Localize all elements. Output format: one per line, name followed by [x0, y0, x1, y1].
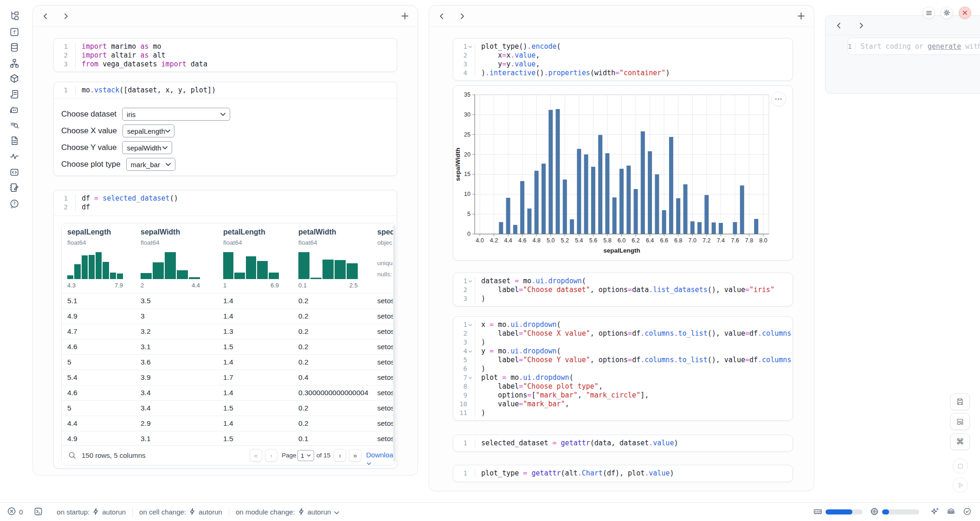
table-cell: setos: [377, 373, 394, 382]
status-bar: 0 on startup: autorun on cell change: au…: [0, 502, 980, 521]
on-module-change-setting[interactable]: on module change: autorun: [236, 508, 339, 516]
dataset-select[interactable]: iris: [122, 108, 230, 121]
svg-text:7.8: 7.8: [745, 237, 753, 244]
table-row[interactable]: 4.63.11.50.2setos: [62, 339, 395, 354]
terminal-button[interactable]: [34, 507, 43, 517]
column-header[interactable]: petalWidth: [298, 228, 336, 236]
connection-status-button[interactable]: [963, 507, 972, 517]
cell-selected-dataset[interactable]: 1selected_dataset = getattr(data, datase…: [453, 435, 793, 452]
help-icon: ?: [9, 199, 19, 209]
ellipsis-icon: •••: [775, 96, 783, 103]
sidebar-item-scratchpad[interactable]: [7, 181, 21, 195]
last-page-button[interactable]: »: [349, 449, 361, 462]
search-icon[interactable]: [68, 451, 76, 459]
table-cell: 1.3: [223, 327, 233, 336]
terminal-icon: [34, 507, 43, 517]
sidebar-item-logs[interactable]: [7, 118, 21, 132]
sidebar-item-datasources[interactable]: [7, 40, 21, 54]
cell-plot-type[interactable]: 1plot_type = getattr(alt.Chart(df), plot…: [453, 465, 793, 482]
add-cell-button[interactable]: [401, 13, 408, 20]
table-row[interactable]: 5.13.51.40.2setos: [62, 293, 395, 308]
table-row[interactable]: 4.73.21.30.2setos: [62, 324, 395, 339]
stop-button[interactable]: [953, 458, 968, 474]
table-row[interactable]: 53.41.50.2setos: [62, 400, 395, 416]
cell-dataframe[interactable]: 12df = selected_dataset()df sepalLengthf…: [53, 190, 397, 469]
download-button[interactable]: Download: [366, 451, 396, 465]
y-value-select[interactable]: sepalWidth: [122, 141, 172, 154]
table-cell: 0.2: [298, 419, 309, 428]
column-header[interactable]: sepalLength: [67, 228, 111, 236]
sidebar-item-helper-functions[interactable]: f: [7, 25, 21, 39]
on-startup-setting[interactable]: on startup: autorun: [57, 508, 126, 516]
column-next-button[interactable]: [63, 13, 69, 20]
circle-x-icon: [7, 507, 16, 517]
svg-text:15: 15: [464, 171, 471, 177]
table-row[interactable]: 4.42.91.40.2setos: [62, 416, 395, 431]
generate-link[interactable]: generate: [928, 42, 961, 51]
run-button[interactable]: [953, 477, 968, 493]
table-cell: 1.4: [223, 419, 233, 428]
sidebar-item-dependency-graph[interactable]: [7, 56, 21, 70]
sidebar-item-snippets-scroll[interactable]: [7, 87, 21, 101]
column-header[interactable]: petalLength: [223, 228, 265, 236]
sidebar-item-packages[interactable]: [7, 72, 21, 85]
prev-page-button[interactable]: ‹: [265, 449, 277, 462]
sidebar-item-outline[interactable]: [7, 165, 21, 179]
keyboard-shortcuts-button[interactable]: ⌘: [950, 433, 970, 450]
layout-button[interactable]: [950, 413, 970, 430]
scratchpad-editor[interactable]: 1 Start coding or generate with: [847, 38, 980, 55]
copilot-button[interactable]: [947, 507, 955, 517]
page-select[interactable]: 1: [297, 450, 314, 461]
hist-max: 6.9: [271, 282, 279, 289]
column-prev-button[interactable]: [836, 22, 842, 29]
table-cell: setos: [377, 327, 394, 336]
svg-text:5.6: 5.6: [589, 237, 597, 244]
error-indicator[interactable]: 0: [7, 507, 23, 517]
svg-text:5.4: 5.4: [575, 237, 583, 244]
sidebar-item-file-tree[interactable]: [7, 9, 21, 23]
bar-chart[interactable]: 4.04.24.44.64.85.05.25.45.65.86.06.26.46…: [453, 86, 793, 261]
column-next-button[interactable]: [858, 22, 864, 29]
dataframe-table: sepalLengthfloat644.37.9sepalWidthfloat6…: [61, 223, 396, 465]
cell-xy-plot-dropdowns[interactable]: 1234567891011x = mo.ui.dropdown( label="…: [453, 316, 793, 421]
first-page-button[interactable]: «: [250, 449, 262, 462]
x-value-select[interactable]: sepalLength: [122, 124, 174, 137]
cell-dataset-dropdown[interactable]: 123dataset = mo.ui.dropdown( label="Choo…: [453, 273, 793, 306]
sidebar-item-tracing[interactable]: [7, 150, 21, 163]
sidebar-item-chat[interactable]: [7, 103, 21, 117]
close-button[interactable]: [959, 7, 971, 19]
table-footer: 150 rows, 5 columns « ‹ Page 1 of 15 › »…: [62, 445, 395, 465]
sidebar-item-documentation[interactable]: [7, 134, 21, 148]
table-cell: 1.4: [223, 389, 233, 397]
column-type: float64: [223, 239, 242, 246]
table-row[interactable]: 5.43.91.70.4setos: [62, 370, 395, 385]
table-row[interactable]: 53.61.40.2setos: [62, 354, 395, 370]
column-prev-button[interactable]: [438, 13, 445, 20]
ai-assist-button[interactable]: [930, 507, 939, 517]
cell-vstack[interactable]: 1mo.vstack([dataset, x, y, plot]) Choose…: [53, 82, 397, 176]
table-scrollbar[interactable]: [393, 226, 396, 462]
table-row[interactable]: 4.931.40.2setos: [62, 308, 395, 324]
table-row[interactable]: 4.93.11.50.1setos: [62, 431, 395, 446]
hist-min: 2: [141, 282, 144, 289]
column-prev-button[interactable]: [42, 13, 49, 20]
plot-type-select[interactable]: mark_bar: [126, 158, 175, 171]
cell-plot-encode[interactable]: 1234plot_type().encode( x=x.value, y=y.v…: [453, 38, 793, 81]
sidebar-item-help[interactable]: ?: [7, 197, 21, 211]
table-cell: 3.5: [141, 297, 151, 305]
table-row[interactable]: 4.63.41.40.3000000000000004setos: [62, 385, 395, 400]
on-cell-change-setting[interactable]: on cell change: autorun: [139, 508, 222, 516]
y-axis-title: sepalWidth: [454, 148, 461, 181]
settings-button[interactable]: [941, 7, 953, 19]
menu-button[interactable]: [922, 7, 935, 19]
notebook-column-left: 123import marimo as moimport altair as a…: [32, 5, 418, 475]
save-button[interactable]: [950, 393, 970, 410]
column-next-button[interactable]: [459, 13, 465, 20]
next-page-button[interactable]: ›: [334, 449, 346, 462]
add-cell-button[interactable]: [798, 13, 805, 20]
table-cell: 0.2: [298, 327, 309, 336]
chart-menu-button[interactable]: •••: [771, 91, 786, 106]
cell-imports[interactable]: 123import marimo as moimport altair as a…: [53, 38, 397, 72]
column-header[interactable]: sepalWidth: [141, 228, 180, 236]
document-icon: [9, 136, 19, 146]
